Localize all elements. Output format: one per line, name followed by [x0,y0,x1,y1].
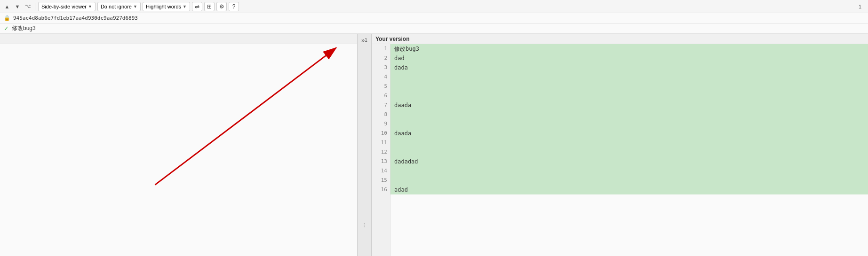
commit-bar: 🔒 945ac4d8ab6e7fd1eb17aa4d930dc9aa927d68… [0,13,868,23]
toolbar: ▲ ▼ ⌥ Side-by-side viewer ▼ Do not ignor… [0,0,868,13]
highlight-dropdown[interactable]: Highlight words ▼ [143,2,190,11]
line-number: 4 [372,72,387,82]
settings-icon-button[interactable]: ⚙ [216,2,227,11]
nav-up-button[interactable]: ▲ [3,2,11,11]
gutter-dots: ··· [362,223,367,228]
code-line [390,176,868,185]
line-number: 3 [372,63,387,72]
gear-icon: ⚙ [219,3,224,10]
diff-container: » 1 ··· Your version 1234567891011121314… [0,34,868,256]
viewer-label: Side-by-side viewer [41,4,87,9]
code-line: dada [390,63,868,72]
line-number: 13 [372,157,387,166]
line-number: 6 [372,91,387,101]
line-number: 7 [372,101,387,110]
viewer-dropdown[interactable]: Side-by-side viewer ▼ [38,2,96,11]
line-number: 8 [372,110,387,119]
code-line: daada [390,101,868,110]
ignore-chevron: ▼ [133,4,137,9]
right-line-numbers: 12345678910111213141516 [372,44,390,256]
separator-1 [35,3,35,10]
line-number: 2 [372,54,387,63]
help-icon: ? [232,3,236,10]
code-line [390,147,868,157]
line-number: 16 [372,185,387,194]
left-panel [0,34,358,256]
branch-bar: ✓ 修改bug3 [0,23,868,34]
code-line: dad [390,54,868,63]
code-line [390,119,868,129]
branch-checkmark: ✓ [4,25,9,32]
right-panel: Your version 12345678910111213141516 修改b… [372,34,868,256]
grid-icon-button[interactable]: ⊞ [204,2,215,11]
help-icon-button[interactable]: ? [229,2,239,11]
lock-icon: 🔒 [4,15,10,21]
line-number: 10 [372,129,387,138]
gutter-arrow-symbol: » [361,37,365,44]
right-code-area[interactable]: 12345678910111213141516 修改bug3daddadadaa… [372,44,868,256]
grid-icon: ⊞ [207,3,212,10]
code-line: daada [390,129,868,138]
code-line: adad [390,185,868,194]
right-panel-title: Your version [375,36,409,42]
code-line: 修改bug3 [390,44,868,54]
code-line [390,82,868,91]
split-icon: ⇌ [195,3,199,10]
gutter-line-number: 1 [365,38,367,43]
line-number: 14 [372,166,387,176]
highlight-chevron: ▼ [183,4,187,9]
ignore-label: Do not ignore [101,4,132,9]
line-number: 15 [372,176,387,185]
code-line [390,166,868,176]
gutter-arrow: » 1 [358,37,371,44]
code-line: dadadad [390,157,868,166]
commit-hash: 945ac4d8ab6e7fd1eb17aa4d930dc9aa927d6893 [13,15,138,21]
line-number: 12 [372,147,387,157]
line-number: 11 [372,138,387,147]
left-code-area[interactable] [0,44,357,256]
code-line [390,72,868,82]
ignore-dropdown[interactable]: Do not ignore ▼ [97,2,141,11]
code-line [390,91,868,101]
line-number: 1 [372,44,387,54]
split-icon-button[interactable]: ⇌ [192,2,202,11]
page-counter: 1 [859,4,865,9]
viewer-chevron: ▼ [88,4,92,9]
line-number: 9 [372,119,387,129]
code-line [390,110,868,119]
right-panel-header: Your version [372,34,868,44]
branch-name: 修改bug3 [12,24,36,32]
left-panel-header [0,34,357,44]
highlight-label: Highlight words [146,4,181,9]
code-line [390,138,868,147]
gutter: » 1 ··· [358,34,372,256]
line-number: 5 [372,82,387,91]
right-code-content: 修改bug3daddadadaadadaadadadadadadad [390,44,868,256]
nav-file-button[interactable]: ⌥ [24,2,32,11]
nav-down-button[interactable]: ▼ [13,2,22,11]
